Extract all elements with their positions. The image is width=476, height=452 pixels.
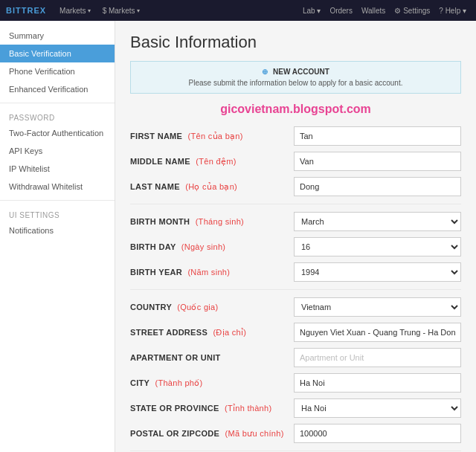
last-name-row: LAST NAME (Họ của bạn) xyxy=(130,177,461,196)
state-label: STATE OR PROVINCE (Tỉnh thành) xyxy=(130,404,294,413)
sidebar-item-ip-whitelist[interactable]: IP Whitelist xyxy=(0,160,115,178)
country-select[interactable]: Vietnam United States United Kingdom Jap… xyxy=(294,297,461,317)
city-label: CITY (Thành phố) xyxy=(130,378,294,388)
birth-month-row: BIRTH MONTH (Tháng sinh) March JanuaryFe… xyxy=(130,212,461,231)
apartment-input[interactable] xyxy=(294,348,461,367)
separator-3 xyxy=(130,451,461,451)
sidebar-section-password: Password xyxy=(0,108,115,124)
sidebar-divider-1 xyxy=(0,103,115,103)
first-name-label: FIRST NAME (Tên của bạn) xyxy=(130,132,294,141)
state-hint: (Tỉnh thành) xyxy=(225,404,271,413)
city-row: CITY (Thành phố) xyxy=(130,373,461,393)
layout: Summary Basic Verification Phone Verific… xyxy=(0,21,476,452)
top-navigation: BITTREX Markets ▾ $ Markets ▾ Lab ▾ Orde… xyxy=(0,0,476,21)
middle-name-label: MIDDLE NAME (Tên đệm) xyxy=(130,157,294,167)
sidebar-item-2fa[interactable]: Two-Factor Authentication xyxy=(0,124,115,142)
nav-right: Lab ▾ Orders Wallets ⚙ Settings ? Help ▾ xyxy=(299,5,470,16)
birth-month-select[interactable]: March JanuaryFebruary AprilMayJune JulyA… xyxy=(294,212,461,231)
birth-year-select[interactable]: 1994 199019911992 199319951996 xyxy=(294,262,461,282)
birth-year-label: BIRTH YEAR (Năm sinh) xyxy=(130,268,294,277)
birth-month-label: BIRTH MONTH (Tháng sinh) xyxy=(130,217,294,226)
new-account-text: NEW ACCOUNT xyxy=(273,68,329,76)
info-banner-text: Please submit the information below to a… xyxy=(140,79,451,87)
birth-day-select[interactable]: 16 1234 5678 910 xyxy=(294,237,461,256)
sidebar-divider-2 xyxy=(0,200,115,201)
new-account-icon: ⊕ xyxy=(262,68,268,76)
city-input[interactable] xyxy=(294,373,461,393)
settings-menu[interactable]: ⚙ Settings xyxy=(390,5,434,16)
apartment-row: APARTMENT OR UNIT xyxy=(130,348,461,367)
dollar-markets-label: $ Markets xyxy=(103,7,135,15)
sidebar-item-api-keys[interactable]: API Keys xyxy=(0,142,115,160)
sidebar-item-enhanced-verification[interactable]: Enhanced Verification xyxy=(0,80,115,98)
street-address-input[interactable] xyxy=(294,323,461,342)
sidebar-item-basic-verification[interactable]: Basic Verification xyxy=(0,45,115,62)
markets-caret: ▾ xyxy=(88,7,91,14)
sidebar-section-ui-settings: UI Settings xyxy=(0,205,115,222)
street-address-label: STREET ADDRESS (Địa chỉ) xyxy=(130,328,294,338)
postal-input[interactable] xyxy=(294,424,461,443)
separator-2 xyxy=(130,289,461,290)
first-name-row: FIRST NAME (Tên của bạn) xyxy=(130,126,461,146)
birth-month-hint: (Tháng sinh) xyxy=(196,217,244,226)
dollar-markets-menu[interactable]: $ Markets ▾ xyxy=(98,5,144,16)
markets-menu[interactable]: Markets ▾ xyxy=(55,5,95,16)
apartment-label: APARTMENT OR UNIT xyxy=(130,353,294,362)
help-menu[interactable]: ? Help ▾ xyxy=(435,5,470,16)
middle-name-hint: (Tên đệm) xyxy=(196,157,236,166)
first-name-input[interactable] xyxy=(294,126,461,146)
info-banner: ⊕ NEW ACCOUNT Please submit the informat… xyxy=(130,61,461,94)
separator-1 xyxy=(130,204,461,204)
birth-day-row: BIRTH DAY (Ngày sinh) 16 1234 5678 910 xyxy=(130,237,461,256)
sidebar-item-withdrawal-whitelist[interactable]: Withdrawal Whitelist xyxy=(0,178,115,196)
orders-menu[interactable]: Orders xyxy=(326,5,356,16)
last-name-label: LAST NAME (Họ của bạn) xyxy=(130,182,294,192)
dollar-markets-caret: ▾ xyxy=(137,7,140,14)
country-hint: (Quốc gia) xyxy=(177,303,218,311)
watermark: gicovietnam.blogspot.com xyxy=(130,103,461,116)
first-name-hint: (Tên của bạn) xyxy=(188,132,243,141)
wallets-menu[interactable]: Wallets xyxy=(358,5,389,16)
last-name-hint: (Họ của bạn) xyxy=(185,182,237,191)
country-label: COUNTRY (Quốc gia) xyxy=(130,303,294,312)
city-hint: (Thành phố) xyxy=(155,378,202,387)
postal-hint: (Mã bưu chính) xyxy=(225,429,284,438)
main-content: Basic Information ⊕ NEW ACCOUNT Please s… xyxy=(115,21,476,452)
logo: BITTREX xyxy=(6,6,46,15)
street-address-row: STREET ADDRESS (Địa chỉ) xyxy=(130,323,461,342)
middle-name-input[interactable] xyxy=(294,152,461,171)
country-row: COUNTRY (Quốc gia) Vietnam United States… xyxy=(130,297,461,317)
birth-year-hint: (Năm sinh) xyxy=(187,268,230,277)
street-address-hint: (Địa chỉ) xyxy=(213,328,246,337)
birth-day-hint: (Ngày sinh) xyxy=(181,242,226,251)
middle-name-row: MIDDLE NAME (Tên đệm) xyxy=(130,152,461,171)
postal-row: POSTAL OR ZIPCODE (Mã bưu chính) xyxy=(130,424,461,443)
birth-year-row: BIRTH YEAR (Năm sinh) 1994 199019911992 … xyxy=(130,262,461,282)
sidebar-item-phone-verification[interactable]: Phone Verification xyxy=(0,62,115,80)
sidebar-item-notifications[interactable]: Notifications xyxy=(0,222,115,239)
page-title: Basic Information xyxy=(130,33,461,52)
sidebar: Summary Basic Verification Phone Verific… xyxy=(0,21,115,452)
lab-menu[interactable]: Lab ▾ xyxy=(299,5,324,16)
sidebar-item-summary[interactable]: Summary xyxy=(0,27,115,45)
state-row: STATE OR PROVINCE (Tỉnh thành) Ha Noi Ho… xyxy=(130,398,461,418)
birth-day-label: BIRTH DAY (Ngày sinh) xyxy=(130,242,294,251)
postal-label: POSTAL OR ZIPCODE (Mã bưu chính) xyxy=(130,429,294,439)
state-select[interactable]: Ha Noi Ho Chi Minh Da Nang xyxy=(294,398,461,418)
markets-label: Markets xyxy=(60,7,86,15)
last-name-input[interactable] xyxy=(294,177,461,196)
new-account-label: ⊕ NEW ACCOUNT xyxy=(140,68,451,76)
